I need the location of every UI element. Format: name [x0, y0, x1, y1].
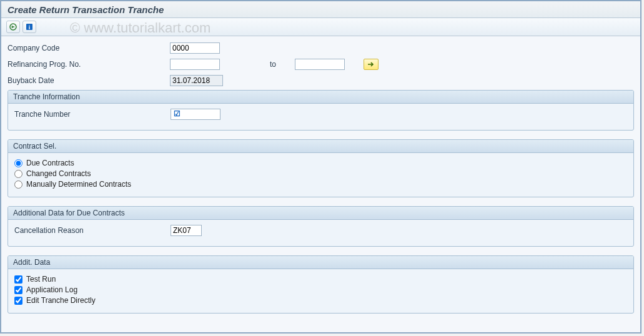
addit-data-title: Addit. Data: [8, 256, 633, 269]
cancellation-reason-input[interactable]: [171, 225, 202, 236]
toolbar: i: [1, 18, 640, 36]
test-run-label: Test Run: [26, 275, 56, 284]
to-label: to: [270, 60, 276, 69]
changed-contracts-radio[interactable]: [14, 170, 22, 178]
application-log-label: Application Log: [26, 285, 77, 294]
changed-contracts-label: Changed Contracts: [26, 169, 91, 178]
manual-contracts-label: Manually Determined Contracts: [26, 180, 131, 189]
info-icon: i: [25, 22, 34, 31]
edit-tranche-label: Edit Tranche Directly: [26, 296, 96, 305]
svg-text:i: i: [29, 24, 31, 31]
test-run-checkbox[interactable]: [14, 275, 22, 284]
buyback-date-label: Buyback Date: [7, 76, 170, 85]
application-log-checkbox[interactable]: [14, 286, 22, 294]
due-contracts-label: Due Contracts: [26, 159, 74, 167]
add-data-due-group: Additional Data for Due Contracts Cancel…: [7, 206, 634, 247]
refin-prog-no-label: Refinancing Prog. No.: [7, 60, 170, 69]
tranche-info-group: Tranche Information Tranche Number ☑: [7, 90, 634, 131]
contract-sel-group: Contract Sel. Due Contracts Changed Cont…: [7, 139, 634, 197]
company-code-input[interactable]: [170, 42, 220, 54]
execute-button[interactable]: [6, 21, 20, 33]
company-code-label: Company Code: [7, 44, 170, 52]
multiple-selection-button[interactable]: [364, 59, 379, 70]
tranche-number-input[interactable]: [171, 109, 220, 120]
buyback-date-input[interactable]: [170, 75, 223, 86]
edit-tranche-checkbox[interactable]: [14, 297, 22, 305]
arrow-right-icon: [367, 61, 375, 67]
due-contracts-radio[interactable]: [14, 159, 22, 167]
info-button[interactable]: i: [22, 21, 36, 33]
title-bar: Create Return Transaction Tranche: [1, 1, 640, 18]
add-data-due-title: Additional Data for Due Contracts: [8, 207, 633, 220]
refin-prog-to-input[interactable]: [295, 59, 345, 70]
page-title: Create Return Transaction Tranche: [7, 4, 634, 15]
manual-contracts-radio[interactable]: [14, 180, 22, 189]
execute-icon: [9, 22, 17, 31]
contract-sel-title: Contract Sel.: [8, 140, 633, 153]
cancellation-reason-label: Cancellation Reason: [14, 226, 171, 235]
tranche-number-label: Tranche Number: [14, 110, 171, 119]
refin-prog-from-input[interactable]: [170, 59, 220, 70]
addit-data-group: Addit. Data Test Run Application Log Edi…: [7, 255, 634, 314]
tranche-info-title: Tranche Information: [8, 91, 633, 104]
